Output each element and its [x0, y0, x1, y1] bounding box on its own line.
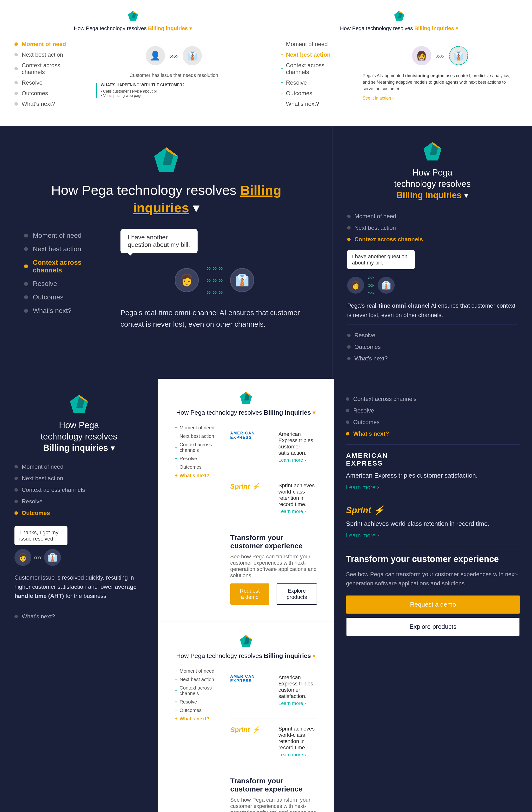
- wn-bot-context[interactable]: + Context across channels: [175, 684, 223, 698]
- outcomes-nav-whatsnext[interactable]: What's next?: [14, 611, 144, 622]
- sprint-logo: Sprint ⚡: [230, 482, 279, 490]
- rp-sprint-learn[interactable]: Learn more ›: [346, 532, 520, 539]
- nav-item-resolve-r[interactable]: +Resolve: [281, 77, 348, 88]
- nav-item-context-r[interactable]: +Context across channels: [281, 60, 348, 77]
- rp-amex-logo: AMERICANEXPRESS: [346, 452, 520, 467]
- rp-amex-learn[interactable]: Learn more ›: [346, 484, 520, 491]
- nav-item-whatsnext[interactable]: What's next?: [14, 99, 82, 109]
- sprint-logo-area: Sprint ⚡: [230, 482, 279, 490]
- nav-dot: [14, 615, 18, 618]
- wn-bot-moment[interactable]: + Moment of need: [175, 667, 223, 675]
- section-outcomes-left: How Pegatechnology resolvesBilling inqui…: [0, 379, 158, 812]
- wn-nav-resolve[interactable]: + Resolve: [175, 454, 223, 463]
- wn-nav-moment[interactable]: + Moment of need: [175, 424, 223, 432]
- rp-nav-resolve[interactable]: Resolve: [346, 405, 520, 416]
- sprint-row-bot: Sprint ⚡ Sprint achieves world-class ret…: [230, 726, 317, 757]
- nav-context-main[interactable]: Context across channels: [24, 256, 101, 277]
- rp-nav-context[interactable]: Context across channels: [346, 393, 520, 405]
- rp-nav-outcomes[interactable]: Outcomes: [346, 416, 520, 428]
- rp-sprint-logo: Sprint ⚡: [346, 505, 520, 516]
- sprint-learn-more[interactable]: Learn more ›: [279, 509, 317, 514]
- sidebar-nav-next[interactable]: Next best action: [347, 222, 518, 234]
- nav-dot: [347, 215, 351, 218]
- nav-dot: [14, 53, 18, 56]
- right-panel-nav-top: Context across channels Resolve Outcomes…: [346, 393, 520, 439]
- pega-logo-whatsnext-bot: [239, 634, 253, 649]
- nav-dot: [347, 226, 351, 230]
- sprint-logo-bot: Sprint ⚡: [230, 726, 279, 734]
- amex-learn-bot[interactable]: Learn more ›: [279, 701, 317, 706]
- outcomes-nav-context[interactable]: Context across channels: [14, 484, 144, 496]
- nav-dot: [24, 282, 28, 286]
- pega-logo-whatsnext-top: [239, 391, 253, 405]
- wn-bot-whatsnext[interactable]: + What's next?: [175, 715, 223, 723]
- agent-avatar-omni: 👔: [230, 268, 254, 292]
- nav-moment-main[interactable]: Moment of need: [24, 229, 101, 242]
- amex-logo-bot: AMERICANEXPRESS: [230, 675, 279, 683]
- amex-logo: AMERICANEXPRESS: [230, 431, 279, 439]
- wn-bot-next[interactable]: + Next best action: [175, 675, 223, 684]
- rp-sprint-desc: Sprint achieves world-class retention in…: [346, 519, 520, 528]
- card-moment-of-need: How Pega technology resolves Billing inq…: [0, 0, 266, 126]
- transform-text-bot: See how Pega can transform your customer…: [230, 797, 317, 812]
- sidebar-arrows: »» »» »»: [368, 274, 374, 296]
- explore-products-btn-top[interactable]: Explore products: [277, 583, 317, 605]
- nav-item-outcomes[interactable]: Outcomes: [14, 88, 82, 99]
- sprint-learn-bot[interactable]: Learn more ›: [279, 752, 317, 757]
- pega-logo-small-left: [127, 10, 139, 22]
- context-main-nav: Moment of need Next best action Context …: [24, 229, 101, 318]
- wn-nav-outcomes[interactable]: + Outcomes: [175, 463, 223, 472]
- sidebar-nav-whatsnext[interactable]: What's next?: [347, 353, 518, 364]
- sidebar-nav-context[interactable]: Context across channels: [347, 234, 518, 245]
- outcomes-agent-avatar: 👔: [44, 549, 61, 566]
- wn-bot-resolve[interactable]: + Resolve: [175, 698, 223, 706]
- nav-item-context[interactable]: Context across channels: [14, 60, 82, 77]
- sidebar-nav-resolve[interactable]: Resolve: [347, 330, 518, 341]
- rp-nav-whatsnext[interactable]: What's next?: [346, 428, 520, 439]
- outcomes-nav-outcomes[interactable]: Outcomes: [14, 507, 144, 519]
- nav-item-moment[interactable]: Moment of need: [14, 39, 82, 49]
- wn-nav-context[interactable]: + Context across channels: [175, 440, 223, 454]
- nav-resolve-main[interactable]: Resolve: [24, 277, 101, 291]
- amex-row: AMERICANEXPRESS American Express triples…: [230, 431, 317, 463]
- nav-dot: [14, 92, 18, 95]
- whatsnext-bot-layout: + Moment of need + Next best action + Co…: [175, 667, 317, 812]
- nav-whatsnext-main[interactable]: What's next?: [24, 304, 101, 318]
- callout-title: WHAT'S HAPPENING WITH THE CUSTOMER?: [101, 83, 251, 87]
- customer-avatar-2: 👩: [412, 46, 431, 66]
- nav-next-main[interactable]: Next best action: [24, 242, 101, 256]
- left-card-nav: Moment of need Next best action Context …: [14, 39, 82, 109]
- sidebar-speech: I have another question about my bill.: [347, 250, 518, 269]
- see-in-action-link[interactable]: See it in action ›: [363, 96, 518, 101]
- nav-dot: [14, 465, 18, 468]
- nav-item-whatsnext-r[interactable]: +What's next?: [281, 99, 348, 109]
- nav-item-outcomes-r[interactable]: +Outcomes: [281, 88, 348, 99]
- nav-item-next-r[interactable]: +Next best action: [281, 49, 348, 60]
- rp-explore-products-btn[interactable]: Explore products: [346, 617, 520, 636]
- nav-dot: [14, 500, 18, 503]
- rp-amex-desc: American Express triples customer satisf…: [346, 471, 520, 480]
- nav-item-next-best[interactable]: Next best action: [14, 49, 82, 60]
- amex-desc-bot: American Express triples customer satisf…: [279, 675, 317, 699]
- wn-nav-whatsnext[interactable]: + What's next?: [175, 472, 223, 480]
- pega-logo-large: [152, 145, 181, 174]
- nav-item-resolve[interactable]: Resolve: [14, 77, 82, 88]
- nav-dot: [347, 334, 351, 337]
- whatsnext-panel-bottom: How Pega technology resolves Billing inq…: [158, 622, 334, 812]
- nav-outcomes-main[interactable]: Outcomes: [24, 291, 101, 304]
- sidebar-nav-outcomes[interactable]: Outcomes: [347, 341, 518, 353]
- outcomes-nav-next[interactable]: Next best action: [14, 473, 144, 484]
- wn-nav-next[interactable]: + Next best action: [175, 432, 223, 440]
- wn-bot-outcomes[interactable]: + Outcomes: [175, 706, 223, 715]
- outcomes-nav-moment[interactable]: Moment of need: [14, 461, 144, 473]
- rp-request-demo-btn[interactable]: Request a demo: [346, 595, 520, 613]
- nav-item-moment-r[interactable]: +Moment of need: [281, 39, 348, 49]
- sidebar-nav-moment[interactable]: Moment of need: [347, 211, 518, 222]
- diagram-label: Customer has issue that needs resolution: [97, 73, 251, 78]
- whatsnext-bot-nav: + Moment of need + Next best action + Co…: [175, 667, 223, 723]
- request-demo-btn-top[interactable]: Request a demo: [230, 583, 269, 605]
- outcomes-nav-resolve[interactable]: Resolve: [14, 496, 144, 507]
- whatsnext-top-title: How Pega technology resolves Billing inq…: [175, 409, 317, 416]
- sprint-section-bot: Sprint ⚡ Sprint achieves world-class ret…: [230, 718, 317, 770]
- amex-learn-more[interactable]: Learn more ›: [279, 458, 317, 463]
